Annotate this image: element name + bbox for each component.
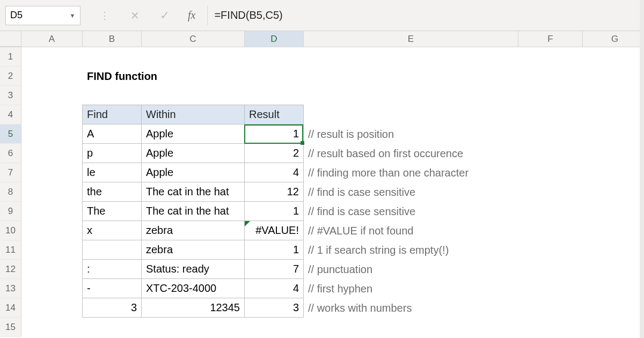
cell-G4[interactable] — [583, 105, 644, 124]
cell-G3[interactable] — [583, 86, 644, 105]
cell-C8[interactable]: The cat in the hat — [141, 182, 245, 202]
cell-C12[interactable]: Status: ready — [141, 259, 245, 279]
row-header-13[interactable]: 13 — [0, 279, 21, 298]
cell-G8[interactable] — [583, 182, 644, 202]
cell-G9[interactable] — [583, 202, 644, 221]
row-header-2[interactable]: 2 — [0, 67, 21, 86]
cell-A14[interactable] — [21, 298, 83, 318]
cell-G7[interactable] — [583, 163, 644, 182]
cell-F7[interactable] — [518, 163, 583, 182]
cell-E3[interactable] — [304, 86, 518, 105]
cell-G15[interactable] — [583, 318, 644, 337]
row-header-7[interactable]: 7 — [0, 163, 21, 182]
cell-A13[interactable] — [21, 279, 83, 298]
cell-B7[interactable]: le — [82, 163, 142, 182]
cell-G11[interactable] — [583, 240, 644, 260]
cell-E13[interactable]: // first hyphen — [304, 279, 518, 298]
cell-B5[interactable]: A — [82, 124, 142, 144]
cell-A8[interactable] — [21, 182, 83, 202]
row-header-15[interactable]: 15 — [0, 318, 21, 337]
cell-C11[interactable]: zebra — [141, 240, 245, 260]
cell-B6[interactable]: p — [82, 143, 142, 163]
cell-D6[interactable]: 2 — [244, 143, 304, 163]
more-icon[interactable]: ⋮ — [98, 9, 112, 23]
cell-C7[interactable]: Apple — [141, 163, 245, 182]
col-header-E[interactable]: E — [304, 31, 518, 47]
cell-D15[interactable] — [245, 318, 304, 337]
cell-A12[interactable] — [21, 260, 83, 279]
cell-D2[interactable] — [245, 67, 304, 86]
cell-D5[interactable]: 1 — [244, 124, 304, 144]
cell-F15[interactable] — [518, 318, 583, 337]
cell-E1[interactable] — [304, 47, 518, 67]
cell-F5[interactable] — [518, 124, 583, 144]
cell-C1[interactable] — [142, 47, 245, 67]
row-header-1[interactable]: 1 — [0, 47, 21, 67]
cell-C5[interactable]: Apple — [141, 124, 245, 144]
cell-F4[interactable] — [518, 105, 583, 124]
col-header-C[interactable]: C — [142, 31, 245, 47]
col-header-F[interactable]: F — [518, 31, 583, 47]
cell-E9[interactable]: // find is case sensitive — [304, 202, 518, 221]
name-box[interactable]: D5 ▼ — [5, 6, 80, 25]
cell-F12[interactable] — [518, 260, 583, 279]
cell-A2[interactable] — [21, 67, 83, 86]
row-header-11[interactable]: 11 — [0, 240, 21, 260]
col-header-G[interactable]: G — [583, 31, 644, 47]
cell-E4[interactable] — [304, 105, 518, 124]
cell-G1[interactable] — [583, 47, 644, 67]
cell-F9[interactable] — [518, 202, 583, 221]
cell-C10[interactable]: zebra — [141, 221, 245, 240]
cell-F10[interactable] — [518, 221, 583, 240]
cell-E5[interactable]: // result is position — [304, 124, 518, 144]
vertical-scrollbar[interactable] — [640, 0, 644, 338]
cell-C14[interactable]: 12345 — [141, 298, 245, 318]
row-header-6[interactable]: 6 — [0, 144, 21, 163]
row-header-4[interactable]: 4 — [0, 105, 21, 124]
row-header-9[interactable]: 9 — [0, 202, 21, 221]
cell-B1[interactable] — [83, 47, 142, 67]
fx-label[interactable]: fx — [188, 9, 200, 21]
enter-icon[interactable]: ✓ — [158, 9, 172, 23]
row-header-5[interactable]: 5 — [0, 124, 21, 144]
cell-F6[interactable] — [518, 144, 583, 163]
cell-F11[interactable] — [518, 240, 583, 260]
cell-G5[interactable] — [583, 124, 644, 144]
cell-E6[interactable]: // result based on first occurence — [304, 144, 518, 163]
cell-A9[interactable] — [21, 202, 83, 221]
row-header-12[interactable]: 12 — [0, 260, 21, 279]
cell-D10[interactable]: #VALUE! — [244, 221, 304, 240]
cell-E14[interactable]: // works with numbers — [304, 298, 518, 318]
cell-A5[interactable] — [21, 124, 83, 144]
cell-B2[interactable]: FIND function — [83, 67, 142, 86]
cell-E8[interactable]: // find is case sensitive — [304, 182, 518, 202]
cell-C3[interactable] — [142, 86, 245, 105]
row-header-14[interactable]: 14 — [0, 298, 21, 318]
cell-B13[interactable]: - — [82, 278, 142, 298]
col-header-B[interactable]: B — [83, 31, 142, 47]
cell-A10[interactable] — [21, 221, 83, 240]
cell-B9[interactable]: The — [82, 201, 142, 221]
formula-input[interactable]: =FIND(B5,C5) — [207, 5, 644, 25]
cell-E10[interactable]: // #VALUE if not found — [304, 221, 518, 240]
cell-A11[interactable] — [21, 240, 83, 260]
cell-C6[interactable]: Apple — [141, 143, 245, 163]
cell-G10[interactable] — [583, 221, 644, 240]
cell-D4[interactable]: Result — [244, 105, 304, 124]
cell-E7[interactable]: // finding more than one character — [304, 163, 518, 182]
cell-F14[interactable] — [518, 298, 583, 318]
cell-B3[interactable] — [83, 86, 142, 105]
select-all-corner[interactable] — [0, 31, 21, 47]
row-header-3[interactable]: 3 — [0, 86, 21, 105]
name-box-dropdown-icon[interactable]: ▼ — [68, 11, 77, 20]
cancel-icon[interactable]: ✕ — [128, 9, 142, 23]
cells-area[interactable]: 1 2 FIND function 3 4 Find Within Result — [0, 47, 644, 337]
cell-D14[interactable]: 3 — [244, 298, 304, 318]
cell-B4[interactable]: Find — [82, 105, 142, 124]
cell-D11[interactable]: 1 — [244, 240, 304, 260]
col-header-A[interactable]: A — [21, 31, 83, 47]
cell-F8[interactable] — [518, 182, 583, 202]
cell-C2[interactable] — [142, 67, 245, 86]
cell-B15[interactable] — [83, 318, 142, 337]
cell-A15[interactable] — [21, 318, 83, 337]
